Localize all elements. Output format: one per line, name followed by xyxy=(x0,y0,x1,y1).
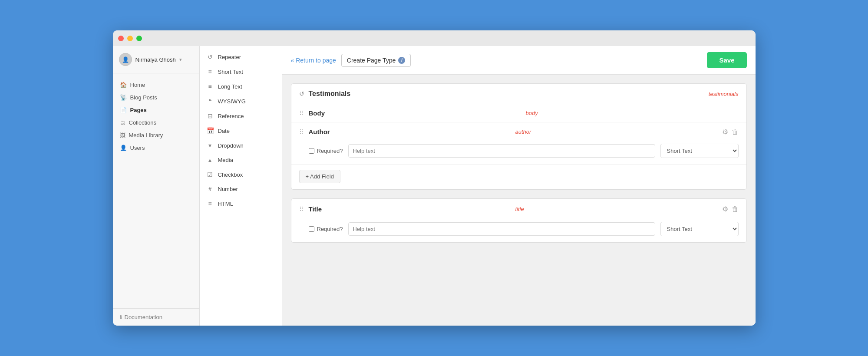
body-field-slug: body xyxy=(526,110,739,116)
help-text-input[interactable] xyxy=(348,222,655,236)
sidebar-item-label: Collections xyxy=(129,119,157,126)
main-content: « Return to page Create Page Type i Save… xyxy=(282,46,756,326)
palette-item-long-text[interactable]: ≡ Long Text xyxy=(200,79,282,94)
media-icon: 🖼 xyxy=(120,132,125,138)
create-page-type-badge: Create Page Type i xyxy=(341,54,411,67)
author-field-section: ⠿ Author author ⚙ 🗑 Required? xyxy=(291,122,746,165)
sidebar-item-pages[interactable]: 📄 Pages xyxy=(113,104,199,116)
repeater-icon: ↺ xyxy=(207,53,214,60)
type-select[interactable]: Short Text Long Text WYSIWYG Reference D… xyxy=(660,222,739,236)
palette-item-checkbox[interactable]: ☑ Checkbox xyxy=(200,167,282,182)
palette-item-dropdown[interactable]: ▾ Dropdown xyxy=(200,138,282,153)
drag-handle-icon: ⠿ xyxy=(299,206,304,213)
sidebar-docs[interactable]: ℹ Documentation xyxy=(113,308,199,326)
top-bar-left: « Return to page Create Page Type i xyxy=(291,54,411,67)
sidebar-item-blog-posts[interactable]: 📡 Blog Posts xyxy=(113,91,199,104)
top-bar: « Return to page Create Page Type i Save xyxy=(282,46,756,75)
required-checkbox-label[interactable]: Required? xyxy=(309,226,343,232)
titlebar xyxy=(113,30,756,46)
settings-icon[interactable]: ⚙ xyxy=(722,205,728,213)
drag-handle-icon: ⠿ xyxy=(299,110,304,117)
title-field-header: ⠿ Title title ⚙ 🗑 xyxy=(291,199,746,219)
app-body: 👤 Nirmalya Ghosh ▾ 🏠 Home 📡 Blog Posts 📄… xyxy=(113,46,756,326)
date-icon: 📅 xyxy=(207,127,214,134)
required-checkbox-label[interactable]: Required? xyxy=(309,148,343,154)
author-field-controls: Required? Short Text Long Text WYSIWYG R… xyxy=(291,141,746,164)
title-field-controls: Required? Short Text Long Text WYSIWYG R… xyxy=(291,219,746,242)
palette-label: Short Text xyxy=(218,69,243,75)
sidebar-item-label: Blog Posts xyxy=(130,94,157,101)
required-checkbox[interactable] xyxy=(309,226,314,232)
sidebar-item-media-library[interactable]: 🖼 Media Library xyxy=(113,129,199,142)
maximize-dot[interactable] xyxy=(136,36,142,41)
palette-label: Date xyxy=(218,128,230,134)
author-field-slug: author xyxy=(515,129,718,135)
add-field-button[interactable]: + Add Field xyxy=(299,170,340,183)
delete-icon[interactable]: 🗑 xyxy=(732,205,739,213)
palette-label: HTML xyxy=(218,201,233,207)
author-field-label: Author xyxy=(309,128,511,135)
palette-item-date[interactable]: 📅 Date xyxy=(200,123,282,138)
save-button[interactable]: Save xyxy=(707,52,746,68)
repeater-name: Testimonials xyxy=(309,90,704,98)
dropdown-icon: ▾ xyxy=(207,142,214,149)
sidebar-item-label: Media Library xyxy=(129,132,163,138)
body-field-section: ⠿ Body body xyxy=(291,104,746,122)
docs-label: Documentation xyxy=(125,314,162,320)
drag-handle-icon: ⠿ xyxy=(299,129,304,135)
sidebar-item-label: Users xyxy=(130,145,145,151)
sidebar-nav: 🏠 Home 📡 Blog Posts 📄 Pages 🗂 Collection… xyxy=(113,73,199,308)
title-field-block: ⠿ Title title ⚙ 🗑 Required? xyxy=(291,198,747,243)
repeater-block: ↺ Testimonials testimonials ⠿ Body body xyxy=(291,83,747,190)
return-to-page-link[interactable]: « Return to page xyxy=(291,57,336,64)
palette-item-short-text[interactable]: ≡ Short Text xyxy=(200,64,282,79)
avatar: 👤 xyxy=(119,53,132,66)
page-type-label: Create Page Type xyxy=(347,57,396,64)
title-field-label: Title xyxy=(309,205,511,213)
palette-label: WYSIWYG xyxy=(218,98,246,105)
reference-icon: ⊟ xyxy=(207,112,214,119)
sidebar-item-home[interactable]: 🏠 Home xyxy=(113,79,199,91)
palette-label: Checkbox xyxy=(218,171,243,178)
repeater-header: ↺ Testimonials testimonials xyxy=(291,84,746,104)
author-field-header: ⠿ Author author ⚙ 🗑 xyxy=(291,122,746,141)
users-icon: 👤 xyxy=(120,145,127,151)
title-field-slug: title xyxy=(515,206,718,212)
home-icon: 🏠 xyxy=(120,82,127,88)
field-palette: ↺ Repeater ≡ Short Text ≡ Long Text ❝ WY… xyxy=(200,46,282,326)
sidebar: 👤 Nirmalya Ghosh ▾ 🏠 Home 📡 Blog Posts 📄… xyxy=(113,46,200,326)
palette-item-number[interactable]: # Number xyxy=(200,182,282,196)
user-dropdown-icon: ▾ xyxy=(179,57,182,63)
palette-label: Reference xyxy=(218,113,244,119)
sidebar-item-label: Home xyxy=(130,82,145,88)
settings-icon[interactable]: ⚙ xyxy=(722,128,728,136)
sidebar-item-collections[interactable]: 🗂 Collections xyxy=(113,116,199,129)
required-checkbox[interactable] xyxy=(309,148,314,154)
repeater-block-icon: ↺ xyxy=(299,90,304,97)
long-text-icon: ≡ xyxy=(207,83,214,90)
help-text-input[interactable] xyxy=(348,144,655,158)
palette-item-html[interactable]: ≡ HTML xyxy=(200,196,282,211)
wysiwyg-icon: ❝ xyxy=(207,98,214,105)
palette-item-media[interactable]: ▲ Media xyxy=(200,153,282,167)
close-dot[interactable] xyxy=(118,36,124,41)
editor-area: ↺ Testimonials testimonials ⠿ Body body xyxy=(282,75,756,326)
author-field-actions: ⚙ 🗑 xyxy=(722,128,739,136)
type-select[interactable]: Short Text Long Text WYSIWYG Reference D… xyxy=(660,144,739,158)
html-icon: ≡ xyxy=(207,200,214,207)
palette-item-repeater[interactable]: ↺ Repeater xyxy=(200,49,282,64)
title-field-actions: ⚙ 🗑 xyxy=(722,205,739,213)
repeater-slug: testimonials xyxy=(709,91,739,97)
minimize-dot[interactable] xyxy=(127,36,133,41)
required-label: Required? xyxy=(317,226,343,232)
delete-icon[interactable]: 🗑 xyxy=(732,128,739,136)
palette-label: Long Text xyxy=(218,83,242,90)
short-text-icon: ≡ xyxy=(207,68,214,75)
sidebar-user[interactable]: 👤 Nirmalya Ghosh ▾ xyxy=(113,46,199,73)
info-icon[interactable]: i xyxy=(398,57,405,64)
palette-item-reference[interactable]: ⊟ Reference xyxy=(200,109,282,123)
user-name: Nirmalya Ghosh xyxy=(135,56,176,63)
blog-icon: 📡 xyxy=(120,94,127,101)
palette-item-wysiwyg[interactable]: ❝ WYSIWYG xyxy=(200,94,282,109)
sidebar-item-users[interactable]: 👤 Users xyxy=(113,142,199,154)
